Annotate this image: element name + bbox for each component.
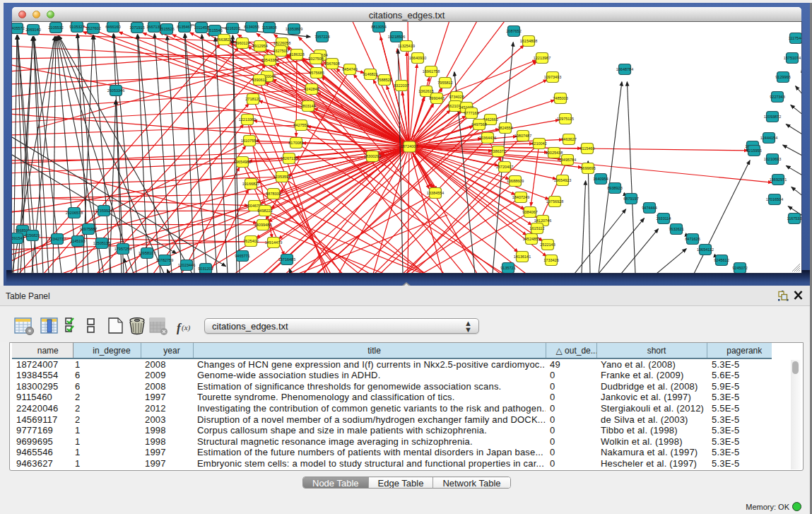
- svg-text:16961758: 16961758: [423, 69, 440, 74]
- svg-text:15692971: 15692971: [770, 177, 787, 182]
- svg-text:7515546: 7515546: [207, 28, 222, 33]
- svg-text:7357224: 7357224: [314, 35, 329, 39]
- svg-text:15720407: 15720407: [496, 165, 513, 169]
- svg-text:14136141: 14136141: [514, 255, 531, 259]
- svg-text:9327508: 9327508: [308, 57, 323, 61]
- svg-text:9115460: 9115460: [579, 146, 594, 151]
- svg-text:7485003: 7485003: [553, 96, 567, 100]
- svg-text:1733426: 1733426: [543, 258, 558, 262]
- svg-text:9242848: 9242848: [304, 87, 319, 91]
- svg-text:8170081: 8170081: [288, 141, 303, 145]
- svg-text:8471626: 8471626: [685, 237, 700, 241]
- svg-text:16154808: 16154808: [520, 39, 537, 43]
- svg-text:8912954: 8912954: [252, 44, 267, 48]
- svg-text:9465771: 9465771: [235, 254, 249, 258]
- svg-text:7955812: 7955812: [437, 81, 452, 85]
- svg-text:8454749: 8454749: [342, 67, 357, 71]
- svg-text:2522143: 2522143: [540, 243, 555, 247]
- svg-text:7588520: 7588520: [377, 78, 392, 82]
- svg-text:16648784: 16648784: [616, 67, 633, 71]
- svg-text:2967608: 2967608: [324, 62, 339, 66]
- svg-text:10973493: 10973493: [544, 75, 561, 79]
- svg-text:10025438: 10025438: [546, 151, 563, 155]
- svg-text:13716485: 13716485: [278, 257, 295, 262]
- svg-text:10688609: 10688609: [507, 179, 524, 183]
- svg-text:8322037: 8322037: [394, 83, 408, 88]
- svg-text:12975115: 12975115: [557, 117, 574, 121]
- svg-text:9390612: 9390612: [252, 78, 266, 82]
- svg-text:9227343: 9227343: [770, 95, 784, 99]
- svg-text:2933114: 2933114: [656, 216, 671, 221]
- svg-text:9498222: 9498222: [257, 209, 272, 213]
- svg-text:20364436: 20364436: [479, 136, 496, 140]
- svg-text:6497568: 6497568: [471, 122, 486, 127]
- svg-text:9734028: 9734028: [449, 95, 464, 99]
- svg-text:9146821: 9146821: [363, 72, 377, 76]
- svg-text:9384067: 9384067: [522, 210, 537, 214]
- svg-text:9327500: 9327500: [273, 49, 288, 53]
- svg-text:16353809: 16353809: [286, 27, 302, 31]
- svg-text:8215955: 8215955: [746, 148, 761, 153]
- svg-text:1362615: 1362615: [418, 89, 433, 93]
- svg-text:9216203: 9216203: [225, 26, 240, 30]
- svg-text:2718120: 2718120: [245, 97, 260, 101]
- svg-text:18267130: 18267130: [281, 156, 298, 160]
- svg-text:8938923: 8938923: [607, 186, 622, 190]
- svg-text:9135721: 9135721: [500, 266, 515, 270]
- svg-text:12093872: 12093872: [764, 115, 781, 119]
- svg-text:8990443: 8990443: [429, 96, 444, 100]
- svg-text:13495784: 13495784: [559, 158, 576, 162]
- svg-text:11325419: 11325419: [398, 44, 415, 48]
- svg-text:9245612: 9245612: [714, 258, 729, 262]
- svg-text:7663822: 7663822: [216, 37, 231, 42]
- svg-text:19218506: 19218506: [388, 35, 405, 39]
- svg-text:1640954: 1640954: [593, 177, 608, 181]
- svg-text:7632621: 7632621: [669, 227, 683, 231]
- svg-text:16107553: 16107553: [241, 139, 258, 143]
- svg-text:3824554: 3824554: [498, 126, 512, 130]
- svg-text:10807487: 10807487: [514, 134, 531, 138]
- svg-text:2803144: 2803144: [300, 104, 315, 108]
- svg-text:12213369: 12213369: [239, 117, 256, 122]
- svg-text:(x): (x): [182, 323, 191, 332]
- svg-text:19756928: 19756928: [546, 199, 563, 204]
- svg-text:14120746: 14120746: [534, 218, 551, 223]
- svg-text:19654923: 19654923: [554, 178, 571, 182]
- svg-text:6210042: 6210042: [531, 141, 546, 146]
- svg-text:9463627: 9463627: [561, 137, 576, 141]
- svg-text:14524851: 14524851: [523, 237, 540, 241]
- svg-text:12213967: 12213967: [534, 56, 551, 60]
- svg-text:18300295: 18300295: [364, 154, 381, 158]
- svg-text:8186328: 8186328: [289, 52, 304, 57]
- svg-text:12444154: 12444154: [760, 136, 777, 140]
- svg-text:16640910: 16640910: [409, 56, 426, 60]
- svg-text:1153808: 1153808: [261, 25, 276, 30]
- svg-text:17016504: 17016504: [766, 197, 783, 201]
- svg-text:8427552: 8427552: [293, 123, 308, 127]
- svg-text:9129966: 9129966: [775, 75, 790, 79]
- svg-text:1167533: 1167533: [787, 216, 801, 221]
- svg-text:9575685: 9575685: [309, 71, 324, 75]
- svg-text:10543382: 10543382: [261, 58, 278, 62]
- svg-text:14099483: 14099483: [254, 223, 271, 227]
- svg-text:16210693: 16210693: [764, 157, 781, 161]
- svg-text:7625402: 7625402: [243, 239, 258, 243]
- svg-text:15751074: 15751074: [784, 56, 801, 60]
- svg-text:10654112: 10654112: [697, 247, 714, 252]
- svg-text:9474444: 9474444: [642, 206, 657, 210]
- svg-text:1615112: 1615112: [529, 226, 544, 230]
- svg-text:8134055: 8134055: [244, 25, 259, 29]
- svg-text:1117544: 1117544: [789, 36, 801, 40]
- svg-text:18226058: 18226058: [273, 41, 290, 45]
- svg-text:19166827: 19166827: [242, 182, 259, 186]
- svg-text:9245072: 9245072: [732, 266, 747, 270]
- svg-text:13384554: 13384554: [427, 191, 444, 195]
- svg-text:5878332: 5878332: [266, 192, 281, 196]
- svg-text:9777169: 9777169: [464, 111, 478, 115]
- svg-text:18407249: 18407249: [512, 195, 529, 199]
- svg-text:14914479: 14914479: [265, 240, 282, 245]
- svg-text:18724007: 18724007: [401, 144, 418, 148]
- svg-text:6879197: 6879197: [623, 197, 638, 201]
- svg-text:7386372: 7386372: [490, 149, 505, 153]
- svg-text:19654982: 19654982: [234, 160, 251, 164]
